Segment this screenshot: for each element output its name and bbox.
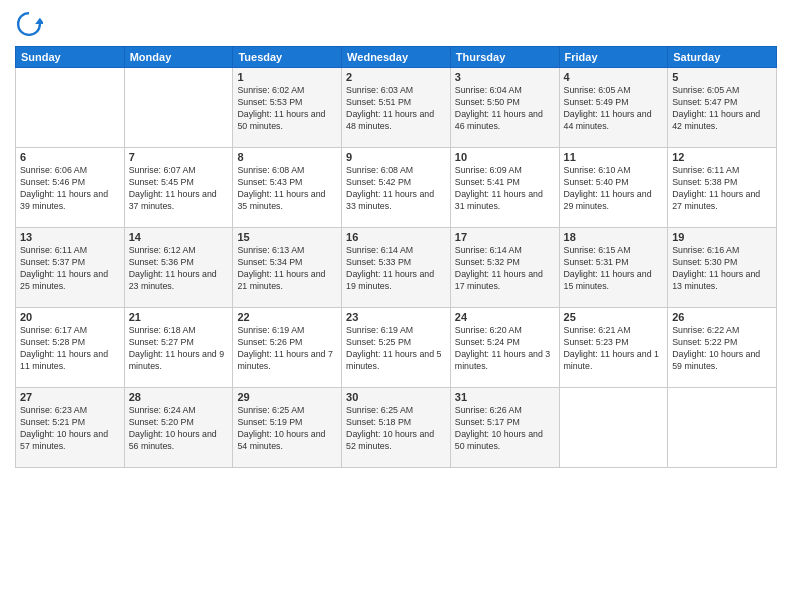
cell-day-number: 14 xyxy=(129,231,229,243)
cell-info: Sunrise: 6:04 AMSunset: 5:50 PMDaylight:… xyxy=(455,85,555,133)
week-row-3: 13Sunrise: 6:11 AMSunset: 5:37 PMDayligh… xyxy=(16,228,777,308)
cell-info: Sunrise: 6:14 AMSunset: 5:32 PMDaylight:… xyxy=(455,245,555,293)
cell-day-number: 17 xyxy=(455,231,555,243)
page: SundayMondayTuesdayWednesdayThursdayFrid… xyxy=(0,0,792,612)
cell-info: Sunrise: 6:23 AMSunset: 5:21 PMDaylight:… xyxy=(20,405,120,453)
calendar-cell: 24Sunrise: 6:20 AMSunset: 5:24 PMDayligh… xyxy=(450,308,559,388)
cell-day-number: 26 xyxy=(672,311,772,323)
calendar-cell: 23Sunrise: 6:19 AMSunset: 5:25 PMDayligh… xyxy=(342,308,451,388)
cell-info: Sunrise: 6:20 AMSunset: 5:24 PMDaylight:… xyxy=(455,325,555,373)
calendar-cell: 6Sunrise: 6:06 AMSunset: 5:46 PMDaylight… xyxy=(16,148,125,228)
calendar-cell: 25Sunrise: 6:21 AMSunset: 5:23 PMDayligh… xyxy=(559,308,668,388)
weekday-header-saturday: Saturday xyxy=(668,47,777,68)
calendar-cell: 14Sunrise: 6:12 AMSunset: 5:36 PMDayligh… xyxy=(124,228,233,308)
cell-day-number: 12 xyxy=(672,151,772,163)
cell-day-number: 31 xyxy=(455,391,555,403)
cell-day-number: 13 xyxy=(20,231,120,243)
weekday-header-sunday: Sunday xyxy=(16,47,125,68)
calendar-cell: 17Sunrise: 6:14 AMSunset: 5:32 PMDayligh… xyxy=(450,228,559,308)
cell-info: Sunrise: 6:14 AMSunset: 5:33 PMDaylight:… xyxy=(346,245,446,293)
week-row-5: 27Sunrise: 6:23 AMSunset: 5:21 PMDayligh… xyxy=(16,388,777,468)
cell-info: Sunrise: 6:19 AMSunset: 5:26 PMDaylight:… xyxy=(237,325,337,373)
calendar-cell: 13Sunrise: 6:11 AMSunset: 5:37 PMDayligh… xyxy=(16,228,125,308)
calendar-cell: 3Sunrise: 6:04 AMSunset: 5:50 PMDaylight… xyxy=(450,68,559,148)
cell-day-number: 27 xyxy=(20,391,120,403)
cell-day-number: 3 xyxy=(455,71,555,83)
cell-info: Sunrise: 6:16 AMSunset: 5:30 PMDaylight:… xyxy=(672,245,772,293)
cell-day-number: 4 xyxy=(564,71,664,83)
cell-day-number: 10 xyxy=(455,151,555,163)
cell-info: Sunrise: 6:18 AMSunset: 5:27 PMDaylight:… xyxy=(129,325,229,373)
calendar-header: SundayMondayTuesdayWednesdayThursdayFrid… xyxy=(16,47,777,68)
cell-info: Sunrise: 6:07 AMSunset: 5:45 PMDaylight:… xyxy=(129,165,229,213)
cell-day-number: 30 xyxy=(346,391,446,403)
cell-info: Sunrise: 6:17 AMSunset: 5:28 PMDaylight:… xyxy=(20,325,120,373)
logo xyxy=(15,10,47,38)
cell-day-number: 15 xyxy=(237,231,337,243)
calendar-cell: 11Sunrise: 6:10 AMSunset: 5:40 PMDayligh… xyxy=(559,148,668,228)
cell-day-number: 19 xyxy=(672,231,772,243)
cell-day-number: 6 xyxy=(20,151,120,163)
cell-info: Sunrise: 6:10 AMSunset: 5:40 PMDaylight:… xyxy=(564,165,664,213)
calendar-cell: 19Sunrise: 6:16 AMSunset: 5:30 PMDayligh… xyxy=(668,228,777,308)
calendar-cell: 9Sunrise: 6:08 AMSunset: 5:42 PMDaylight… xyxy=(342,148,451,228)
calendar-cell: 22Sunrise: 6:19 AMSunset: 5:26 PMDayligh… xyxy=(233,308,342,388)
calendar-cell: 20Sunrise: 6:17 AMSunset: 5:28 PMDayligh… xyxy=(16,308,125,388)
calendar-cell: 29Sunrise: 6:25 AMSunset: 5:19 PMDayligh… xyxy=(233,388,342,468)
cell-day-number: 25 xyxy=(564,311,664,323)
weekday-header-friday: Friday xyxy=(559,47,668,68)
cell-info: Sunrise: 6:11 AMSunset: 5:37 PMDaylight:… xyxy=(20,245,120,293)
calendar-cell: 28Sunrise: 6:24 AMSunset: 5:20 PMDayligh… xyxy=(124,388,233,468)
calendar-cell xyxy=(124,68,233,148)
cell-info: Sunrise: 6:22 AMSunset: 5:22 PMDaylight:… xyxy=(672,325,772,373)
cell-day-number: 28 xyxy=(129,391,229,403)
cell-info: Sunrise: 6:08 AMSunset: 5:43 PMDaylight:… xyxy=(237,165,337,213)
cell-day-number: 9 xyxy=(346,151,446,163)
cell-info: Sunrise: 6:25 AMSunset: 5:19 PMDaylight:… xyxy=(237,405,337,453)
calendar-body: 1Sunrise: 6:02 AMSunset: 5:53 PMDaylight… xyxy=(16,68,777,468)
calendar-cell: 31Sunrise: 6:26 AMSunset: 5:17 PMDayligh… xyxy=(450,388,559,468)
cell-day-number: 16 xyxy=(346,231,446,243)
calendar-cell: 7Sunrise: 6:07 AMSunset: 5:45 PMDaylight… xyxy=(124,148,233,228)
cell-info: Sunrise: 6:24 AMSunset: 5:20 PMDaylight:… xyxy=(129,405,229,453)
cell-day-number: 21 xyxy=(129,311,229,323)
cell-info: Sunrise: 6:12 AMSunset: 5:36 PMDaylight:… xyxy=(129,245,229,293)
cell-day-number: 1 xyxy=(237,71,337,83)
cell-day-number: 23 xyxy=(346,311,446,323)
cell-day-number: 24 xyxy=(455,311,555,323)
week-row-4: 20Sunrise: 6:17 AMSunset: 5:28 PMDayligh… xyxy=(16,308,777,388)
cell-info: Sunrise: 6:05 AMSunset: 5:47 PMDaylight:… xyxy=(672,85,772,133)
calendar-cell xyxy=(668,388,777,468)
cell-info: Sunrise: 6:03 AMSunset: 5:51 PMDaylight:… xyxy=(346,85,446,133)
cell-info: Sunrise: 6:21 AMSunset: 5:23 PMDaylight:… xyxy=(564,325,664,373)
calendar-cell: 18Sunrise: 6:15 AMSunset: 5:31 PMDayligh… xyxy=(559,228,668,308)
calendar-cell: 16Sunrise: 6:14 AMSunset: 5:33 PMDayligh… xyxy=(342,228,451,308)
cell-info: Sunrise: 6:08 AMSunset: 5:42 PMDaylight:… xyxy=(346,165,446,213)
calendar-cell: 5Sunrise: 6:05 AMSunset: 5:47 PMDaylight… xyxy=(668,68,777,148)
cell-day-number: 7 xyxy=(129,151,229,163)
calendar-cell: 1Sunrise: 6:02 AMSunset: 5:53 PMDaylight… xyxy=(233,68,342,148)
calendar-cell: 4Sunrise: 6:05 AMSunset: 5:49 PMDaylight… xyxy=(559,68,668,148)
general-blue-icon xyxy=(15,10,43,38)
cell-day-number: 18 xyxy=(564,231,664,243)
cell-info: Sunrise: 6:19 AMSunset: 5:25 PMDaylight:… xyxy=(346,325,446,373)
cell-info: Sunrise: 6:26 AMSunset: 5:17 PMDaylight:… xyxy=(455,405,555,453)
calendar-cell: 26Sunrise: 6:22 AMSunset: 5:22 PMDayligh… xyxy=(668,308,777,388)
calendar-cell: 8Sunrise: 6:08 AMSunset: 5:43 PMDaylight… xyxy=(233,148,342,228)
cell-info: Sunrise: 6:25 AMSunset: 5:18 PMDaylight:… xyxy=(346,405,446,453)
calendar-cell xyxy=(16,68,125,148)
cell-day-number: 20 xyxy=(20,311,120,323)
week-row-2: 6Sunrise: 6:06 AMSunset: 5:46 PMDaylight… xyxy=(16,148,777,228)
calendar-cell: 27Sunrise: 6:23 AMSunset: 5:21 PMDayligh… xyxy=(16,388,125,468)
cell-info: Sunrise: 6:05 AMSunset: 5:49 PMDaylight:… xyxy=(564,85,664,133)
cell-info: Sunrise: 6:09 AMSunset: 5:41 PMDaylight:… xyxy=(455,165,555,213)
calendar: SundayMondayTuesdayWednesdayThursdayFrid… xyxy=(15,46,777,468)
weekday-row: SundayMondayTuesdayWednesdayThursdayFrid… xyxy=(16,47,777,68)
cell-info: Sunrise: 6:06 AMSunset: 5:46 PMDaylight:… xyxy=(20,165,120,213)
calendar-cell: 12Sunrise: 6:11 AMSunset: 5:38 PMDayligh… xyxy=(668,148,777,228)
cell-info: Sunrise: 6:15 AMSunset: 5:31 PMDaylight:… xyxy=(564,245,664,293)
cell-day-number: 2 xyxy=(346,71,446,83)
cell-day-number: 22 xyxy=(237,311,337,323)
weekday-header-wednesday: Wednesday xyxy=(342,47,451,68)
calendar-cell xyxy=(559,388,668,468)
